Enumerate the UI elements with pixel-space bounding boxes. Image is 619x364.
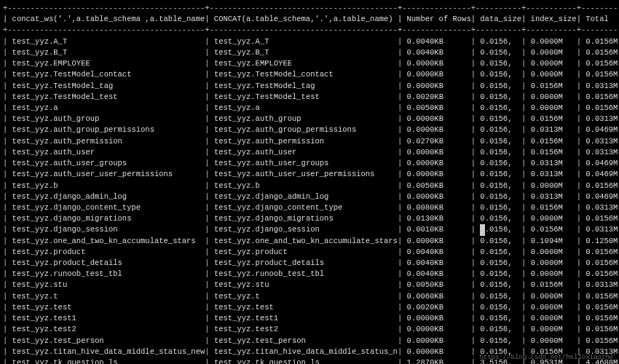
table-row: | test_yyz.product_details | test_yyz.pr… xyxy=(3,258,616,269)
table-row: | test_yyz.django_migrations | test_yyz.… xyxy=(3,213,616,224)
table-row: | test_yyz.auth_permission | test_yyz.au… xyxy=(3,136,616,147)
table-row: | test_yyz.A_T | test_yyz.A_T | 0.0040KB… xyxy=(3,36,616,47)
table-row: | test_yyz.django_content_type | test_yy… xyxy=(3,202,616,213)
table-row: | test_yyz.runoob_test_tbl | test_yyz.ru… xyxy=(3,269,616,280)
watermark: https://blog.csdn.net/helloxiaozhe xyxy=(479,353,613,363)
table-row: | test_yyz.auth_user_groups | test_yyz.a… xyxy=(3,158,616,169)
sql-result-table: +---------------------------------------… xyxy=(3,3,616,364)
table-row: | test_yyz.product | test_yyz.product | … xyxy=(3,247,616,258)
table-row: | test_yyz.test1 | test_yyz.test1 | 0.00… xyxy=(3,313,616,324)
table-row: | test_yyz.TestModel_contact | test_yyz.… xyxy=(3,69,616,80)
header-row: | concat_ws('.',a.table_schema ,a.table_… xyxy=(3,14,616,25)
table-row: | test_yyz.auth_group | test_yyz.auth_gr… xyxy=(3,114,616,124)
table-row: | test_yyz.test | test_yyz.test | 0.0020… xyxy=(3,302,616,313)
table-row: | test_yyz.t | test_yyz.t | 0.0060KB | 0… xyxy=(3,291,616,302)
table-row: | test_yyz.EMPLOYEE | test_yyz.EMPLOYEE … xyxy=(3,58,616,69)
table-row: | test_yyz.a | test_yyz.a | 0.0050KB | 0… xyxy=(3,103,616,114)
table-row: | test_yyz.auth_user_user_permissions | … xyxy=(3,169,616,180)
table-row: | test_yyz.django_admin_log | test_yyz.d… xyxy=(3,191,616,202)
table-row: | test_yyz.TestModel_test | test_yyz.Tes… xyxy=(3,92,616,103)
separator-line: +---------------------------------------… xyxy=(3,3,616,14)
table-row: | test_yyz.test_person | test_yyz.test_p… xyxy=(3,336,616,347)
table-row: | test_yyz.B_T | test_yyz.B_T | 0.0040KB… xyxy=(3,47,616,58)
table-row: | test_yyz.django_session | test_yyz.dja… xyxy=(3,224,616,235)
table-row: | test_yyz.auth_user | test_yyz.auth_use… xyxy=(3,147,616,158)
table-row: | test_yyz.TestModel_tag | test_yyz.Test… xyxy=(3,81,616,92)
table-row: | test_yyz.test2 | test_yyz.test2 | 0.00… xyxy=(3,324,616,335)
table-row: | test_yyz.auth_group_permissions | test… xyxy=(3,124,616,135)
table-row: | test_yyz.one_and_two_kn_accumulate_sta… xyxy=(3,236,616,247)
table-row: | test_yyz.b | test_yyz.b | 0.0050KB | 0… xyxy=(3,181,616,191)
table-row: | test_yyz.stu | test_yyz.stu | 0.0050KB… xyxy=(3,280,616,290)
separator-line: +---------------------------------------… xyxy=(3,25,616,36)
